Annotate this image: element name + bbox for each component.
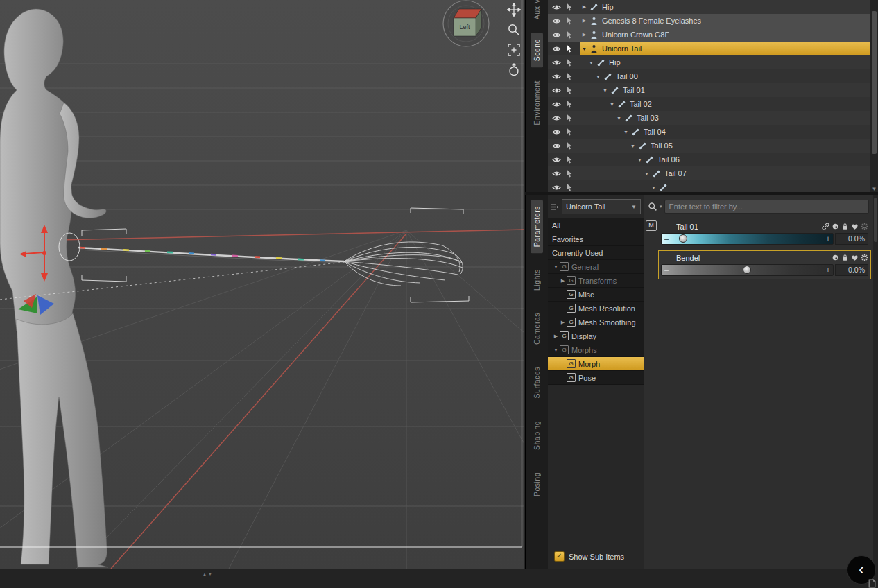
expander-arrow-icon[interactable]: ▶: [580, 18, 589, 24]
tab-surfaces[interactable]: Surfaces: [531, 361, 543, 404]
parameter-slider[interactable]: –+: [661, 264, 834, 276]
sphere-icon[interactable]: [832, 223, 839, 230]
category-morph[interactable]: GMorph: [548, 357, 644, 371]
eye-icon[interactable]: [552, 86, 561, 95]
tab-parameters[interactable]: Parameters: [531, 200, 543, 253]
expander-arrow-icon[interactable]: ▼: [580, 46, 589, 51]
scene-tree-row-tail-03[interactable]: ▼Tail 03: [548, 111, 878, 125]
panel-options-icon[interactable]: [550, 202, 559, 211]
category-favorites[interactable]: Favorites: [548, 232, 644, 246]
pane-splitter-handle[interactable]: ▲▼: [203, 572, 214, 576]
increment-button[interactable]: +: [824, 265, 832, 275]
cursor-icon[interactable]: [565, 72, 574, 81]
category-morphs[interactable]: ▼GMorphs: [548, 343, 644, 357]
category-display[interactable]: ▶GDisplay: [548, 329, 644, 343]
expander-arrow-icon[interactable]: ▼: [594, 74, 603, 79]
view-cube[interactable]: Left: [436, 0, 495, 50]
scene-tree-row-unicorn-tail[interactable]: ▼Unicorn Tail: [548, 42, 878, 55]
eye-icon[interactable]: [552, 183, 561, 192]
search-icon[interactable]: [648, 202, 657, 211]
expander-arrow-icon[interactable]: ▼: [552, 347, 560, 352]
scene-tree-row-item[interactable]: ▼: [548, 180, 878, 192]
link-icon[interactable]: [822, 223, 829, 230]
scene-tree-row-tail-06[interactable]: ▼Tail 06: [548, 153, 878, 166]
show-sub-items-checkbox[interactable]: ✓: [554, 551, 565, 562]
eye-icon[interactable]: [552, 44, 561, 53]
scene-tree-row-hip[interactable]: ▶Hip: [548, 0, 878, 14]
eye-icon[interactable]: [552, 72, 561, 81]
expander-arrow-icon[interactable]: ▶: [552, 334, 560, 339]
eye-icon[interactable]: [552, 58, 561, 67]
lock-icon[interactable]: [841, 254, 849, 261]
cursor-icon[interactable]: [565, 155, 574, 164]
category-mesh-resolution[interactable]: GMesh Resolution: [548, 302, 644, 315]
parameters-scrollbar-thumb[interactable]: [874, 198, 877, 242]
category-transforms[interactable]: ▶GTransforms: [548, 274, 644, 288]
expander-arrow-icon[interactable]: ▼: [608, 102, 617, 107]
cursor-icon[interactable]: [565, 114, 574, 123]
gear-icon[interactable]: [861, 254, 868, 261]
eye-icon[interactable]: [552, 141, 561, 150]
expander-arrow-icon[interactable]: ▶: [559, 278, 567, 284]
scene-scrollbar-thumb[interactable]: [872, 11, 877, 154]
eye-icon[interactable]: [552, 3, 561, 12]
decrement-button[interactable]: –: [662, 265, 671, 275]
scene-tree-row-tail-02[interactable]: ▼Tail 02: [548, 97, 878, 111]
scene-tree-row-tail-01[interactable]: ▼Tail 01: [548, 83, 878, 97]
cursor-icon[interactable]: [565, 128, 574, 137]
scene-tree-row-hip[interactable]: ▼Hip: [548, 55, 878, 69]
parameters-scrollbar[interactable]: [873, 195, 878, 569]
category-general[interactable]: ▼GGeneral: [548, 260, 644, 274]
viewport-3d[interactable]: Left: [0, 0, 524, 569]
slider-handle[interactable]: [679, 234, 687, 243]
zoom-tool-icon[interactable]: [507, 23, 521, 37]
tab-aux-vi[interactable]: Aux Vi: [531, 0, 543, 26]
category-all[interactable]: All: [548, 218, 644, 232]
tab-scene[interactable]: Scene: [531, 33, 543, 67]
scene-tree-row-tail-04[interactable]: ▼Tail 04: [548, 125, 878, 139]
category-pose[interactable]: GPose: [548, 371, 644, 385]
eye-icon[interactable]: [552, 17, 561, 26]
tab-lights[interactable]: Lights: [531, 263, 543, 297]
cursor-icon[interactable]: [565, 100, 574, 109]
eye-icon[interactable]: [552, 100, 561, 109]
eye-icon[interactable]: [552, 169, 561, 178]
tab-shaping[interactable]: Shaping: [531, 415, 543, 456]
eye-icon[interactable]: [552, 114, 561, 123]
scene-scrollbar[interactable]: ▼: [870, 0, 878, 192]
expander-arrow-icon[interactable]: ▼: [587, 60, 596, 65]
filter-input[interactable]: [664, 200, 869, 214]
category-currently-used[interactable]: Currently Used: [548, 246, 644, 260]
expander-arrow-icon[interactable]: ▼: [621, 130, 630, 135]
cursor-icon[interactable]: [565, 31, 574, 40]
expander-arrow-icon[interactable]: ▼: [649, 185, 658, 190]
expander-arrow-icon[interactable]: ▼: [635, 157, 644, 162]
scene-tree-row-tail-05[interactable]: ▼Tail 05: [548, 139, 878, 153]
scene-tree-row-genesis-8-female-eyelashes[interactable]: ▶Genesis 8 Female Eyelashes: [548, 14, 878, 28]
increment-button[interactable]: +: [824, 234, 832, 243]
category-mesh-smoothing[interactable]: ▶GMesh Smoothing: [548, 315, 644, 329]
orbit-home-tool-icon[interactable]: [507, 63, 521, 77]
slider-handle[interactable]: [743, 266, 751, 274]
pan-tool-icon[interactable]: [507, 3, 521, 17]
scene-tree-row-tail-00[interactable]: ▼Tail 00: [548, 69, 878, 83]
eye-icon[interactable]: [552, 128, 561, 137]
eye-icon[interactable]: [552, 155, 561, 164]
gear-icon[interactable]: [861, 223, 868, 230]
expander-arrow-icon[interactable]: ▼: [628, 144, 637, 148]
expander-arrow-icon[interactable]: ▶: [580, 4, 589, 10]
expander-arrow-icon[interactable]: ▼: [614, 116, 623, 121]
scene-tree-row-tail-07[interactable]: ▼Tail 07: [548, 166, 878, 180]
category-misc[interactable]: GMisc: [548, 288, 644, 302]
search-options-caret-icon[interactable]: ▾: [660, 204, 662, 209]
eye-icon[interactable]: [552, 31, 561, 40]
cursor-icon[interactable]: [565, 44, 574, 53]
cursor-icon[interactable]: [565, 141, 574, 150]
heart-icon[interactable]: [851, 254, 859, 261]
scene-tree-row-unicorn-crown-g8f[interactable]: ▶Unicorn Crown G8F: [548, 28, 878, 42]
expander-arrow-icon[interactable]: ▶: [580, 32, 589, 37]
tab-cameras[interactable]: Cameras: [531, 306, 543, 351]
tab-environment[interactable]: Environment: [531, 74, 543, 131]
cursor-icon[interactable]: [565, 3, 574, 12]
tab-posing[interactable]: Posing: [531, 466, 543, 503]
